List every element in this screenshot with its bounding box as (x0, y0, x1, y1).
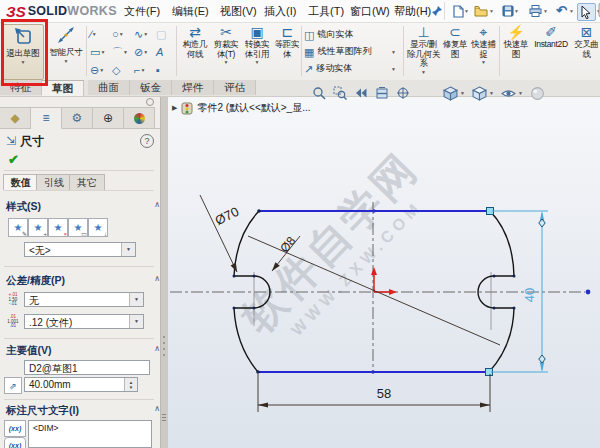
dimension-lines[interactable] (200, 195, 500, 412)
menu-window[interactable]: 窗口(W) (350, 4, 390, 19)
graphics-area[interactable]: 软件自学网 WWW.ZXW.COM ▶ 零件2 (默认<<默认>_显... (167, 96, 600, 448)
tab-dimxpert-manager[interactable]: ⊕ (93, 107, 124, 128)
dimension-name-field[interactable]: D2@草图1 (24, 360, 150, 375)
sketch-circle-button[interactable]: ○▼ (112, 25, 133, 42)
repair-sketch-button[interactable]: ⊂ 修复草图 (442, 24, 468, 59)
sketch-arc-button[interactable]: ⌒▼ (112, 43, 133, 60)
rapid-sketch-button[interactable]: ⚡ 快速草图 (503, 24, 529, 59)
sketch-point-button[interactable]: ▪ (156, 61, 177, 78)
arc-caret-icon[interactable]: ▼ (123, 49, 128, 55)
subtab-other[interactable]: 其它 (69, 174, 105, 190)
instant2d-button[interactable]: ✐ Instant2D (531, 24, 571, 50)
save-caret-icon[interactable]: ▼ (514, 8, 519, 14)
dropdown-caret-icon[interactable]: ▼ (121, 243, 135, 256)
precision-dropdown[interactable]: .12 (文件)▼ (24, 314, 144, 329)
traffic-light-icon[interactable] (593, 2, 600, 18)
smart-dimension-caret-icon[interactable]: ▼ (64, 58, 69, 64)
linear-pattern-caret-icon[interactable]: ▼ (391, 49, 396, 55)
dropdown-caret-icon[interactable]: ▼ (129, 293, 143, 306)
dim-text-inspection-button[interactable]: (xx) (4, 437, 26, 448)
style-delete-button[interactable]: ★× (48, 218, 68, 237)
offset-entities-button[interactable]: ⊏ 等距实体 (274, 24, 300, 59)
rectangle-caret-icon[interactable]: ▼ (100, 49, 105, 55)
tab-property-manager[interactable]: ≡ (31, 107, 62, 129)
display-style-caret-icon[interactable]: ▼ (489, 90, 494, 96)
view-orientation-caret-icon[interactable]: ▼ (460, 90, 465, 96)
mirror-entities-button[interactable]: ◫ 镜向实体 (304, 26, 400, 43)
menu-help[interactable]: 帮助(H) (394, 4, 431, 19)
intersection-curve-button[interactable]: ⊠ 交叉曲线 (573, 24, 600, 59)
menu-tools[interactable]: 工具(T) (308, 4, 344, 19)
panel-collapse-handle[interactable] (146, 98, 154, 106)
open-caret-icon[interactable]: ▼ (489, 8, 494, 14)
tab-weldments[interactable]: 焊件 (172, 80, 214, 95)
menu-edit[interactable]: 编辑(E) (172, 4, 209, 19)
ellipse-caret-icon[interactable]: ▼ (143, 49, 148, 55)
sketch-fillet-button[interactable]: ⌐▼ (134, 61, 155, 78)
dimension-text-section-header[interactable]: 标注尺寸文字(I) ∧ (0, 404, 163, 418)
new-caret-icon[interactable]: ▼ (464, 8, 469, 14)
appearance-icon[interactable] (530, 86, 545, 101)
view-settings-icon[interactable] (396, 86, 410, 100)
primary-value-section-header[interactable]: 主要值(V) ∧ (0, 344, 163, 358)
dimension-value-field[interactable]: 40.00mm ▲▼ (24, 377, 138, 392)
move-entities-button[interactable]: ↗ 移动实体 ▼ (304, 60, 400, 77)
sketch-spline-button[interactable]: ∿▼ (134, 25, 155, 42)
fillet-caret-icon[interactable]: ▼ (140, 67, 145, 73)
style-save-button[interactable]: ★▭ (68, 218, 88, 237)
style-dropdown[interactable]: <无>▼ (24, 242, 136, 257)
dimension-text-area[interactable]: <DIM> (28, 420, 152, 448)
pin-menu-icon[interactable] (428, 3, 445, 19)
print-icon[interactable] (527, 3, 544, 19)
sketch-rectangle-button[interactable]: ▭▼ (90, 43, 111, 60)
hide-show-caret-icon[interactable]: ▼ (518, 90, 523, 96)
smart-dimension-button[interactable]: 智能尺寸 ▼ (46, 24, 86, 78)
quick-snaps-button[interactable]: ⌖ 快速捕捉 ▼ (470, 24, 497, 65)
print-caret-icon[interactable]: ▼ (543, 8, 548, 14)
circle-caret-icon[interactable]: ▼ (119, 31, 124, 37)
tab-sketch[interactable]: 草图 (42, 80, 84, 96)
display-style-icon[interactable]: ▼ (472, 86, 494, 101)
dimension-text-40[interactable]: 40 (522, 288, 537, 302)
trim-entities-button[interactable]: ✂ 剪裁实体(T) ▼ (212, 24, 240, 65)
quick-snaps-caret-icon[interactable]: ▼ (481, 59, 486, 65)
tab-display-manager[interactable] (124, 107, 155, 128)
undo-caret-icon[interactable]: ▼ (569, 8, 574, 14)
slot-caret-icon[interactable]: ▼ (99, 67, 104, 73)
subtab-leaders[interactable]: 引线 (36, 174, 72, 190)
tab-feature-manager[interactable]: ◆ (0, 107, 31, 128)
dropdown-caret-icon[interactable]: ▼ (129, 315, 143, 328)
sketch-ellipse-button[interactable]: ⊘▼ (134, 43, 155, 60)
tolerance-dropdown[interactable]: 无▼ (24, 292, 144, 307)
sketch-slot-button[interactable]: ⊖▼ (90, 61, 111, 78)
zoom-to-fit-icon[interactable] (312, 86, 326, 100)
convert-caret-icon[interactable]: ▼ (255, 59, 260, 65)
help-icon[interactable]: ? (140, 134, 154, 148)
line-caret-icon[interactable]: ▼ (92, 31, 97, 37)
panel-splitter[interactable] (160, 96, 168, 448)
relations-caret-icon[interactable]: ▼ (421, 69, 426, 75)
dim-text-parens-button[interactable]: (xx) (4, 420, 26, 437)
modify-value-icon[interactable]: ⇗ (4, 377, 22, 394)
zoom-to-area-icon[interactable] (333, 86, 347, 100)
style-load-button[interactable]: ★↓ (88, 218, 108, 237)
dimension-text-58[interactable]: 58 (377, 386, 391, 401)
menu-insert[interactable]: 插入(I) (264, 4, 296, 19)
display-delete-relations-button[interactable]: ⊥ 显示/删除几何关系 ▼ (407, 24, 440, 75)
sketch-canvas[interactable]: Ø70 Ø8 58 40 (167, 96, 600, 448)
sketch-text-button[interactable]: A (156, 43, 177, 60)
hide-show-items-icon[interactable]: ▼ (501, 86, 523, 101)
menu-view[interactable]: 视图(V) (220, 4, 257, 19)
menu-file[interactable]: 文件(F) (124, 4, 160, 19)
style-section-header[interactable]: 样式(S) ∧ (0, 200, 163, 214)
exit-sketch-button[interactable]: 退出草图 ▼ (2, 24, 44, 80)
section-view-icon[interactable] (375, 86, 389, 100)
trim-caret-icon[interactable]: ▼ (224, 59, 229, 65)
move-entities-caret-icon[interactable]: ▼ (391, 66, 396, 72)
tab-evaluate[interactable]: 评估 (214, 80, 256, 95)
tab-features[interactable]: 特征 (0, 80, 42, 95)
exit-sketch-caret-icon[interactable]: ▼ (21, 59, 26, 65)
dimension-text-dia8[interactable]: Ø8 (277, 234, 298, 256)
open-document-icon[interactable] (472, 3, 489, 19)
spline-caret-icon[interactable]: ▼ (143, 31, 148, 37)
